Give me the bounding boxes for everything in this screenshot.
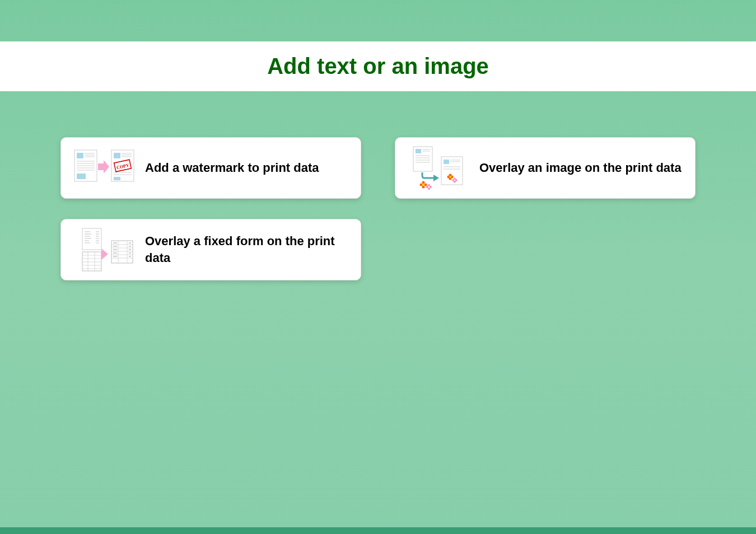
page-title: Add text or an image — [0, 54, 756, 79]
svg-point-33 — [422, 181, 425, 184]
svg-point-38 — [428, 184, 430, 186]
option-overlay-form[interactable]: Overlay a fixed form on the print data — [60, 219, 361, 280]
svg-point-39 — [428, 188, 430, 190]
svg-point-51 — [449, 176, 451, 178]
svg-rect-23 — [416, 149, 421, 153]
watermark-icon: COPY — [71, 146, 138, 190]
option-watermark[interactable]: COPY Add a watermark to print data — [60, 137, 361, 199]
svg-point-36 — [426, 186, 428, 188]
svg-rect-42 — [444, 160, 449, 164]
svg-point-40 — [428, 186, 430, 188]
svg-rect-10 — [77, 174, 86, 179]
svg-rect-71 — [82, 252, 101, 271]
svg-marker-11 — [98, 160, 109, 174]
footer-bar — [0, 527, 756, 534]
option-watermark-label: Add a watermark to print data — [145, 160, 319, 176]
overlay-image-icon — [405, 146, 473, 190]
option-overlay-image[interactable]: Overlay an image on the print data — [395, 137, 696, 199]
svg-point-31 — [420, 184, 423, 186]
svg-point-37 — [430, 186, 432, 188]
header-band: Add text or an image — [0, 41, 756, 91]
svg-marker-30 — [433, 175, 439, 181]
overlay-form-icon — [71, 227, 138, 272]
options-grid: COPY Add a watermark to print data — [0, 91, 756, 280]
option-overlay-form-label: Overlay a fixed form on the print data — [145, 233, 351, 266]
svg-rect-79 — [111, 241, 133, 263]
svg-point-32 — [424, 184, 427, 186]
svg-point-35 — [422, 184, 424, 186]
svg-rect-19 — [114, 177, 120, 180]
svg-rect-1 — [77, 153, 83, 158]
svg-point-56 — [454, 180, 456, 181]
option-overlay-image-label: Overlay an image on the print data — [479, 160, 682, 176]
svg-rect-13 — [114, 153, 120, 158]
svg-point-34 — [422, 186, 425, 189]
